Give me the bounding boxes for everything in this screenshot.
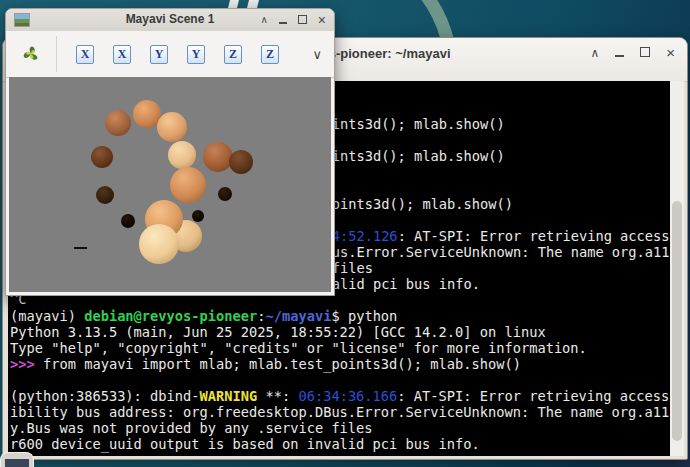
- axis-indicator: [74, 247, 87, 249]
- sphere: [168, 141, 196, 169]
- terminal-line: r600 device_uuid output is based on inva…: [10, 436, 480, 452]
- background-window-icon: [5, 459, 29, 467]
- view-y-minus-button[interactable]: Y: [187, 45, 205, 64]
- maximize-icon: [640, 47, 650, 57]
- close-icon: ×: [318, 12, 326, 28]
- minimize-icon: [279, 12, 287, 24]
- view-z-minus-button[interactable]: Z: [261, 45, 279, 64]
- terminal-line: 4:52.126: AT-SPI: Error retrieving acces…: [332, 228, 670, 244]
- sphere: [91, 146, 113, 168]
- mayavi-window: Mayavi Scene 1 ∧ ×: [5, 8, 335, 296]
- shade-button[interactable]: ∧: [260, 11, 267, 29]
- close-icon: ×: [666, 44, 675, 61]
- sphere: [157, 112, 187, 142]
- background-window-corner[interactable]: [0, 452, 34, 467]
- terminal-line: y.Bus was not provided by any .service f…: [10, 420, 373, 436]
- sphere: [170, 167, 206, 203]
- chevron-down-icon: ∨: [312, 47, 322, 62]
- chevron-up-icon: ∧: [260, 14, 267, 25]
- chevron-up-icon: ∧: [590, 46, 599, 60]
- sphere: [229, 150, 253, 174]
- wallpaper-logo-fragment: [228, 0, 239, 8]
- close-button[interactable]: ×: [666, 44, 675, 62]
- terminal-line: ibility bus address: org.freedesktop.DBu…: [10, 404, 669, 420]
- sphere: [139, 224, 179, 264]
- terminal-line: files: [332, 260, 373, 276]
- mayavi-titlebar[interactable]: Mayavi Scene 1 ∧ ×: [6, 9, 334, 32]
- view-x-plus-button[interactable]: X: [76, 45, 94, 64]
- sphere: [218, 187, 232, 201]
- minimize-button[interactable]: [279, 11, 287, 29]
- terminal-line: points3d(); mlab.show(): [324, 196, 514, 212]
- toolbar-overflow-button[interactable]: ∨: [312, 47, 322, 62]
- terminal-line: (python:386533): dbind-WARNING **: 06:34…: [10, 388, 669, 404]
- terminal-line: ints3d(); mlab.show(): [332, 148, 505, 164]
- wallpaper-swirl-curve: [405, 0, 475, 40]
- terminal-line: alid pci bus info.: [332, 276, 480, 292]
- view-x-minus-button[interactable]: X: [113, 45, 131, 64]
- minimize-icon: [615, 45, 624, 57]
- terminal-line: Type "help", "copyright", "credits" or "…: [10, 340, 587, 356]
- terminal-line: Python 3.13.5 (main, Jun 25 2025, 18:55:…: [10, 324, 546, 340]
- desktop: debian@revyos-pioneer: ~/mayavi ∧ × ints…: [0, 0, 690, 467]
- sphere: [203, 142, 233, 172]
- maximize-icon: [298, 15, 307, 24]
- sphere: [105, 110, 131, 136]
- terminal-scrollbar[interactable]: [670, 81, 684, 456]
- shade-button[interactable]: ∧: [590, 44, 599, 62]
- terminal-line: us.Error.ServiceUnknown: The name org.a1…: [332, 244, 670, 260]
- terminal-line: (mayavi) debian@revyos-pioneer:~/mayavi$…: [10, 308, 397, 324]
- view-z-plus-button[interactable]: Z: [224, 45, 242, 64]
- mayavi-3d-scene[interactable]: [9, 77, 331, 292]
- sphere: [96, 186, 114, 204]
- view-y-plus-button[interactable]: Y: [150, 45, 168, 64]
- toolbar-separator: [56, 36, 57, 72]
- terminal-line: ints3d(); mlab.show(): [332, 116, 505, 132]
- sphere: [192, 210, 204, 222]
- close-button[interactable]: ×: [318, 11, 326, 29]
- maximize-button[interactable]: [640, 44, 650, 62]
- minimize-button[interactable]: [615, 44, 624, 62]
- wallpaper-logo-fragment: [247, 0, 259, 8]
- scrollbar-thumb[interactable]: [672, 201, 682, 441]
- sphere: [121, 214, 135, 228]
- maximize-button[interactable]: [298, 11, 307, 29]
- mayavi-toolbar: X X Y Y Z Z ∨: [6, 31, 334, 78]
- mayavi-logo-icon: [20, 43, 42, 65]
- terminal-line: >>> from mayavi import mlab; mlab.test_p…: [10, 356, 521, 372]
